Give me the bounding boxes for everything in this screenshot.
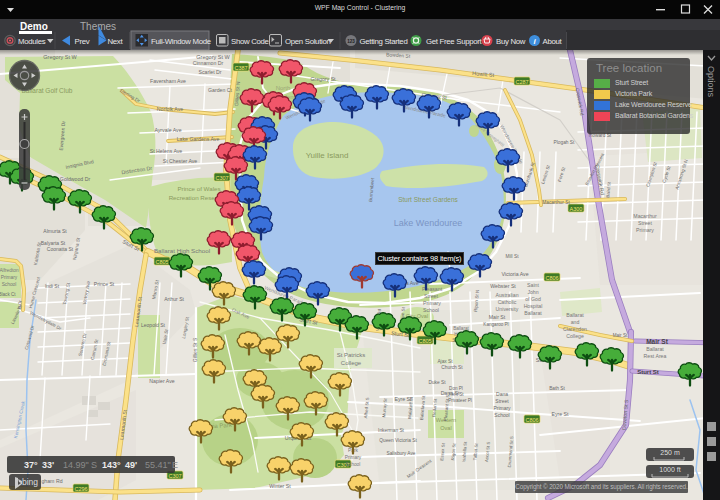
svg-text:Prev: Prev [75,37,90,46]
svg-text:Kent St: Kent St [448,392,464,397]
svg-text:Kangaroo Pl: Kangaroo Pl [483,322,508,327]
svg-text:Ballarat High School: Ballarat High School [154,247,210,254]
svg-text:Ajax St: Ajax St [437,359,453,364]
svg-text:Dana: Dana [496,391,508,397]
svg-text:Coonatta St: Coonatta St [47,246,74,252]
svg-text:University: University [496,306,519,312]
svg-text:Mill St: Mill St [505,254,519,259]
svg-text:Sturt Street Gardens: Sturt Street Gardens [398,196,458,203]
svg-text:Black Ct: Black Ct [0,292,16,297]
svg-text:Norfolk Ave: Norfolk Ave [157,106,184,112]
svg-text:Australian: Australian [495,292,518,298]
svg-text:Garden Ct: Garden Ct [208,87,232,93]
svg-text:Alfredton: Alfredton [0,268,19,273]
svg-text:Ballarat: Ballarat [646,346,664,352]
svg-text:Primary: Primary [1,275,18,280]
svg-text:St Chester Ave: St Chester Ave [163,158,198,164]
svg-text:School: School [346,462,361,467]
svg-text:Gregory St: Gregory St [310,76,336,82]
svg-text:Lake Wendouree: Lake Wendouree [394,218,462,228]
svg-text:C805: C805 [155,259,168,265]
svg-text:Catholic: Catholic [498,299,517,305]
svg-text:Modules: Modules [18,37,46,46]
svg-text:Prince St: Prince St [94,281,115,287]
svg-text:Inkerman St: Inkerman St [378,428,405,433]
svg-text:Church St: Church St [441,365,463,370]
svg-text:Victoria Ave: Victoria Ave [501,271,528,277]
svg-text:Full-Window Mode: Full-Window Mode [151,37,211,46]
svg-text:Open Solution: Open Solution [285,37,331,46]
svg-text:Mair St: Mair St [489,314,506,320]
svg-text:Faversham Ave: Faversham Ave [150,78,186,84]
svg-text:Ballarat: Ballarat [524,310,542,316]
svg-text:Next: Next [108,37,124,46]
svg-text:Primary: Primary [493,405,511,411]
svg-text:Napier Ave: Napier Ave [149,378,174,384]
svg-text:Eyre St: Eyre St [551,411,569,417]
svg-text:Plogah St: Plogah St [554,140,575,145]
svg-text:Prince of Wales: Prince of Wales [177,185,220,192]
svg-text:Buy Now: Buy Now [496,37,526,46]
svg-text:C387: C387 [234,65,247,71]
svg-text:Rest Area: Rest Area [644,353,667,359]
svg-text:Bath St: Bath St [549,386,565,391]
svg-text:Yuille Island: Yuille Island [306,151,349,160]
svg-text:Gillies St S: Gillies St S [192,337,198,362]
svg-text:Ballarat: Ballarat [566,312,584,318]
svg-text:Mair St: Mair St [613,333,628,338]
svg-text:Macarthur St: Macarthur St [542,200,570,205]
svg-text:and: and [571,319,580,325]
svg-text:Salisbury Ave: Salisbury Ave [387,451,416,456]
svg-text:School: School [2,282,17,287]
svg-text:bing: bing [22,477,38,487]
svg-text:gham Rd: gham Rd [41,478,62,484]
svg-text:Show Code: Show Code [231,37,269,46]
svg-text:Cinnamon Dr: Cinnamon Dr [193,60,224,66]
svg-text:Don Pl: Don Pl [449,386,463,391]
svg-text:Lake Gardens Ave: Lake Gardens Ave [177,136,220,142]
svg-text:Primary: Primary [636,227,654,233]
svg-text:Indi St: Indi St [45,283,60,289]
svg-text:Get Free Support: Get Free Support [426,37,483,46]
svg-text:North: North [276,85,291,91]
svg-text:Leopold St: Leopold St [141,322,166,328]
svg-text:College: College [566,333,584,339]
svg-text:C287: C287 [515,79,528,85]
svg-text:C307: C307 [215,175,228,181]
svg-text:College: College [341,360,362,366]
svg-text:Winter St: Winter St [269,483,291,489]
svg-text:Street: Street [638,220,652,226]
svg-text:John: John [527,289,538,295]
svg-text:123: 123 [347,39,355,44]
svg-text:of God: of God [525,296,541,302]
svg-text:C307: C307 [168,473,181,479]
svg-text:St Helens Ave: St Helens Ave [150,148,183,154]
svg-text:Street: Street [424,293,438,299]
svg-text:Sturt St: Sturt St [637,369,659,375]
svg-text:C805: C805 [418,338,431,344]
svg-text:Webster St: Webster St [490,283,516,289]
svg-text:Street: Street [495,398,509,404]
svg-text:Duke St: Duke St [428,380,446,385]
svg-text:Hospital: Hospital [524,303,543,309]
svg-text:School: School [494,412,509,418]
svg-text:Goldwood Dr: Goldwood Dr [60,176,91,182]
svg-text:Queen Victoria St: Queen Victoria St [379,438,417,443]
svg-text:Saint: Saint [527,282,539,288]
svg-text:Primary: Primary [345,455,362,460]
svg-text:C806: C806 [545,275,558,281]
svg-text:Scarlet Dr: Scarlet Dr [198,69,221,75]
svg-text:Oval: Oval [440,425,451,431]
svg-text:Ayrvale Ave: Ayrvale Ave [154,127,181,133]
svg-text:A300: A300 [570,206,583,212]
svg-text:Almurta St: Almurta St [43,228,67,234]
svg-text:Getting Started: Getting Started [360,37,408,46]
svg-text:C296: C296 [74,486,87,492]
svg-text:Primary: Primary [423,300,441,306]
svg-text:St Patricks: St Patricks [337,352,366,358]
svg-text:Clarendon: Clarendon [563,326,587,332]
svg-text:C806: C806 [525,417,538,423]
svg-text:Mair St: Mair St [646,338,669,345]
svg-text:Arthur St: Arthur St [164,296,184,302]
svg-text:Privateer Pl: Privateer Pl [448,398,472,403]
